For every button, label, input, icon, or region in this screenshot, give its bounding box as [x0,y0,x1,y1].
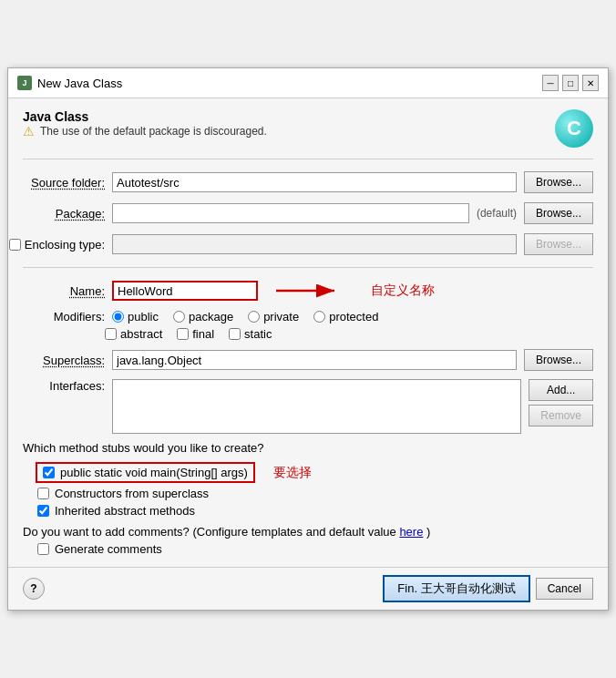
modifier-static-checkbox[interactable] [229,328,241,340]
modifiers-section: Modifiers: public package private [23,310,593,341]
main-method-stub: public static void main(String[] args) [36,462,255,483]
dialog-content: Java Class ⚠ The use of the default pack… [8,98,608,567]
modifiers-row: Modifiers: public package private [23,310,378,324]
separator-1 [23,159,593,159]
close-button[interactable]: ✕ [582,75,599,91]
window-title: New Java Class [37,77,122,90]
title-bar-left: J New Java Class [17,76,122,90]
package-browse-button[interactable]: Browse... [524,202,593,224]
modifier-final-item: final [177,327,214,341]
constructors-checkbox[interactable] [37,488,49,499]
maximize-button[interactable]: □ [562,75,579,91]
logo-letter: C [567,117,581,140]
comments-text-row: Do you want to add comments? (Configure … [23,525,593,539]
modifier-checkbox-row: abstract final static [105,327,272,341]
title-bar: J New Java Class ─ □ ✕ [8,68,608,98]
main-method-row: public static void main(String[] args) 要… [23,462,593,483]
superclass-input[interactable] [112,350,517,370]
interfaces-buttons: Add... Remove [529,379,593,426]
superclass-browse-button[interactable]: Browse... [524,349,593,371]
modifier-abstract-checkbox[interactable] [105,328,117,340]
title-bar-controls: ─ □ ✕ [542,75,599,91]
main-method-label: public static void main(String[] args) [60,466,248,479]
modifier-final-label: final [192,327,214,341]
superclass-row: Superclass: Browse... [23,348,593,372]
stubs-title: Which method stubs would you like to cre… [23,441,593,455]
package-row: Package: (default) Browse... [23,201,593,225]
logo: C [555,109,593,148]
modifier-package-label: package [189,310,233,324]
name-row: Name: 自定义名称 [23,279,593,303]
finish-button[interactable]: Fin. 王大哥自动化测试 [383,575,529,602]
modifier-static-item: static [229,327,272,341]
modifier-final-checkbox[interactable] [177,328,189,340]
inherited-stub: Inherited abstract methods [37,504,593,518]
cancel-button[interactable]: Cancel [536,578,593,600]
comments-link[interactable]: here [399,525,423,539]
modifiers-label: Modifiers: [23,310,105,324]
modifier-package-item: package [173,310,233,324]
modifier-public-item: public [112,310,159,324]
interfaces-box [112,379,521,434]
inherited-label: Inherited abstract methods [55,504,195,518]
source-folder-row: Source folder: Browse... [23,170,593,194]
default-label: (default) [477,207,517,220]
footer-buttons: Fin. 王大哥自动化测试 Cancel [383,575,593,602]
superclass-label: Superclass: [23,354,105,367]
window-icon: J [17,76,32,90]
warning-icon: ⚠ [23,124,35,139]
generate-comments-checkbox[interactable] [37,543,49,555]
name-label: Name: [23,284,105,298]
enclosing-type-checkbox[interactable] [9,239,21,251]
modifier-protected-label: protected [329,310,378,324]
interfaces-label: Interfaces: [23,379,105,393]
modifier-radio-group: public package private protected [112,310,378,324]
constructors-label: Constructors from superclass [55,487,209,500]
source-folder-browse-button[interactable]: Browse... [524,171,593,193]
name-input[interactable] [112,281,258,301]
modifier-abstract-label: abstract [120,327,162,341]
comments-section: Do you want to add comments? (Configure … [23,525,593,556]
interfaces-row: Interfaces: Add... Remove [23,379,593,434]
enclosing-type-browse-button[interactable]: Browse... [524,233,593,255]
modifier-static-label: static [244,327,272,341]
inherited-checkbox[interactable] [37,505,49,517]
source-folder-input[interactable] [112,172,517,192]
separator-2 [23,267,593,268]
arrow-annotation [272,280,345,302]
generate-comments-item: Generate comments [37,542,593,556]
modifier-protected-radio[interactable] [313,311,325,323]
main-method-checkbox[interactable] [43,467,55,478]
new-java-class-dialog: J New Java Class ─ □ ✕ Java Class ⚠ The … [7,67,609,611]
warning-text: The use of the default package is discou… [40,125,267,138]
modifier-public-label: public [128,310,159,324]
warning-row: ⚠ The use of the default package is disc… [23,124,267,139]
comments-text: Do you want to add comments? (Configure … [23,525,396,539]
enclosing-type-input[interactable] [112,234,517,254]
enclosing-type-row: Enclosing type: Browse... [23,232,593,256]
select-hint: 要选择 [273,465,312,481]
modifier-abstract-item: abstract [105,327,162,341]
custom-name-annotation: 自定义名称 [371,282,435,299]
remove-interface-button[interactable]: Remove [529,405,593,426]
method-stubs-section: Which method stubs would you like to cre… [23,441,593,518]
comments-text2: ) [426,525,430,539]
modifier-private-radio[interactable] [248,311,260,323]
dialog-footer: ? Fin. 王大哥自动化测试 Cancel [8,567,608,610]
dialog-title: Java Class [23,109,267,124]
minimize-button[interactable]: ─ [542,75,559,91]
modifier-public-radio[interactable] [112,311,124,323]
constructors-stub: Constructors from superclass [37,487,593,500]
modifier-private-label: private [263,310,299,324]
header-row: Java Class ⚠ The use of the default pack… [23,109,593,148]
add-interface-button[interactable]: Add... [529,379,593,401]
source-folder-label: Source folder: [23,176,105,190]
modifier-private-item: private [248,310,299,324]
modifier-package-radio[interactable] [173,311,185,323]
modifier-protected-item: protected [313,310,378,324]
enclosing-type-label: Enclosing type: [25,238,105,252]
header-left: Java Class ⚠ The use of the default pack… [23,109,267,139]
generate-comments-label: Generate comments [55,542,162,556]
help-button[interactable]: ? [23,578,45,600]
package-input[interactable] [112,203,469,223]
